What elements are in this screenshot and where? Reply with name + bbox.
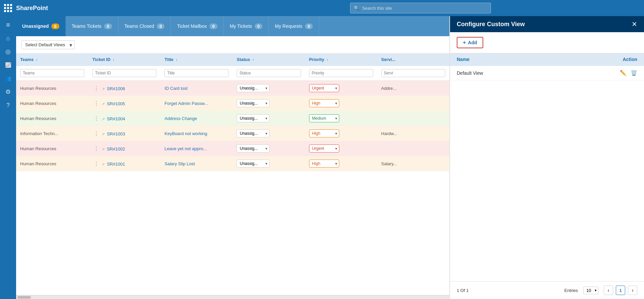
title-link-4[interactable]: Leave yet not appro... — [164, 146, 207, 151]
add-label: Add — [468, 40, 477, 45]
cell-priority-3: High Urgent High Medium Low — [305, 126, 377, 141]
app-title: SharePoint — [16, 5, 48, 12]
sidebar-home-icon[interactable]: ⌂ — [2, 32, 14, 44]
ticket-link-0[interactable]: SR#1006 — [107, 86, 125, 91]
sidebar-menu-icon[interactable]: ≡ — [2, 19, 14, 31]
col-ticket-id[interactable]: Ticket ID ↑ — [88, 54, 160, 66]
tab-ticket-mailbox-label: Ticket Mailbox — [177, 23, 207, 29]
filter-ticket-id[interactable] — [92, 69, 156, 77]
ticket-link-4[interactable]: SR#1002 — [107, 146, 125, 152]
col-title[interactable]: Title ↑ — [160, 54, 233, 66]
next-page-button[interactable]: › — [628, 286, 637, 295]
current-page: 1 — [616, 286, 625, 295]
filter-teams[interactable] — [20, 69, 84, 77]
waffle-icon[interactable] — [4, 4, 12, 12]
status-dropdown-4[interactable]: Unassig... Unassigned In Progress Resolv… — [237, 144, 269, 153]
cell-status-2: Unassig... Unassigned In Progress Resolv… — [233, 111, 305, 126]
tab-teams-tickets[interactable]: Teams Tickets 0 — [66, 16, 118, 36]
expand-icon-1: ↗ — [102, 102, 105, 106]
filter-priority[interactable] — [309, 69, 373, 77]
ticket-link-5[interactable]: SR#1001 — [107, 162, 125, 167]
title-link-0[interactable]: ID Card lost — [164, 86, 188, 91]
col-status[interactable]: Status ↑ — [233, 54, 305, 66]
col-priority[interactable]: Priority ↑ — [305, 54, 377, 66]
priority-dropdown-1[interactable]: High Urgent High Medium Low — [309, 99, 339, 107]
title-link-3[interactable]: KeyBoard not working — [164, 131, 207, 136]
scroll-bar[interactable] — [16, 295, 449, 299]
more-icon-3[interactable]: ⋮ — [92, 131, 100, 136]
tab-teams-tickets-label: Teams Tickets — [72, 23, 102, 29]
entries-select[interactable]: 10 25 50 — [583, 287, 598, 294]
filter-status[interactable] — [237, 69, 301, 77]
status-dropdown-5[interactable]: Unassig... Unassigned In Progress Resolv… — [237, 160, 269, 168]
search-bar[interactable]: 🔍 Search this site — [350, 3, 491, 13]
sidebar-chart-icon[interactable]: 📈 — [2, 59, 14, 71]
sort-title: ↑ — [176, 58, 178, 62]
expand-icon-5: ↗ — [102, 162, 105, 166]
expand-icon-2: ↗ — [102, 117, 105, 121]
cell-title-3: KeyBoard not working — [160, 126, 233, 141]
top-nav: SharePoint 🔍 Search this site — [0, 0, 644, 16]
panel-title: Configure Custom View — [457, 21, 525, 28]
cell-status-1: Unassig... Unassigned In Progress Resolv… — [233, 96, 305, 111]
priority-dropdown-3[interactable]: High Urgent High Medium Low — [309, 129, 339, 137]
title-link-5[interactable]: Salary Slip Lost — [164, 161, 195, 166]
sidebar-people-icon[interactable]: 👥 — [2, 72, 14, 84]
status-dropdown-1[interactable]: Unassig... Unassigned In Progress Resolv… — [237, 99, 269, 107]
priority-dropdown-4[interactable]: Urgent Urgent High Medium Low — [309, 144, 339, 153]
search-icon: 🔍 — [354, 5, 359, 11]
table-body: Human Resources ⋮ ↗ SR#1006 ID Card lost… — [16, 81, 449, 171]
table-header-row: Teams ↑ Ticket ID ↑ Title ↑ — [16, 54, 449, 66]
more-icon-0[interactable]: ⋮ — [92, 85, 100, 91]
more-icon-4[interactable]: ⋮ — [92, 146, 100, 152]
tab-ticket-mailbox[interactable]: Ticket Mailbox 0 — [171, 16, 224, 36]
status-dropdown-0[interactable]: Unassig... Unassigned In Progress Resolv… — [237, 84, 269, 92]
tab-my-requests[interactable]: My Requests 0 — [269, 16, 319, 36]
ticket-link-3[interactable]: SR#1003 — [107, 131, 125, 136]
tab-my-requests-label: My Requests — [275, 23, 302, 29]
tab-teams-closed-label: Teams Closed — [125, 23, 154, 29]
col-teams[interactable]: Teams ↑ — [16, 54, 88, 66]
add-view-button[interactable]: + Add — [457, 37, 483, 48]
more-icon-5[interactable]: ⋮ — [92, 161, 100, 167]
cell-priority-2: Medium Urgent High Medium Low — [305, 111, 377, 126]
sidebar-help-icon[interactable]: ? — [2, 99, 14, 111]
edit-icon[interactable]: ✏️ — [620, 70, 627, 76]
cell-service-2 — [377, 111, 449, 126]
title-link-1[interactable]: Forget Admin Passw... — [164, 101, 208, 106]
priority-dropdown-2[interactable]: Medium Urgent High Medium Low — [309, 114, 339, 122]
sort-priority: ↑ — [327, 58, 329, 62]
tab-ticket-mailbox-badge: 0 — [209, 23, 217, 29]
prev-page-button[interactable]: ‹ — [604, 286, 613, 295]
ticket-link-1[interactable]: SR#1005 — [107, 101, 125, 106]
priority-dropdown-5[interactable]: High Urgent High Medium Low — [309, 160, 339, 168]
sidebar-settings-icon[interactable]: ⚙ — [2, 86, 14, 98]
more-icon-2[interactable]: ⋮ — [92, 116, 100, 121]
tab-unassigned[interactable]: Unassigned 6 — [16, 16, 66, 36]
filter-service[interactable] — [381, 69, 445, 77]
panel-close-button[interactable]: ✕ — [632, 20, 637, 28]
view-name: Default View — [457, 70, 610, 76]
delete-icon[interactable]: 🗑️ — [631, 70, 637, 76]
view-select[interactable]: Select Default Views Default View Custom… — [21, 40, 75, 49]
cell-ticketid-1: ⋮ ↗ SR#1005 — [88, 96, 160, 111]
tab-my-tickets[interactable]: My Tickets 0 — [224, 16, 269, 36]
cell-ticketid-2: ⋮ ↗ SR#1004 — [88, 111, 160, 126]
priority-dropdown-0[interactable]: Urgent Urgent High Medium Low — [309, 84, 339, 92]
cell-team-2: Human Resources — [16, 111, 88, 126]
scroll-thumb — [17, 296, 31, 299]
expand-icon-3: ↗ — [102, 132, 105, 136]
sidebar-search-icon[interactable]: ◎ — [2, 46, 14, 58]
tab-teams-closed[interactable]: Teams Closed 0 — [118, 16, 171, 36]
title-link-2[interactable]: Address Change — [164, 116, 197, 121]
table-row: Human Resources ⋮ ↗ SR#1004 Address Chan… — [16, 111, 449, 126]
status-dropdown-3[interactable]: Unassig... Unassigned In Progress Resolv… — [237, 129, 269, 137]
filter-title[interactable] — [164, 69, 229, 77]
pagination-row: 1 Of 1 Entries 10 25 50 ‹ 1 › — [450, 281, 644, 299]
entries-wrap: 10 25 50 — [583, 287, 598, 294]
cell-service-3: Hardw... — [377, 126, 449, 141]
more-icon-1[interactable]: ⋮ — [92, 101, 100, 106]
status-dropdown-2[interactable]: Unassig... Unassigned In Progress Resolv… — [237, 114, 269, 122]
ticket-link-2[interactable]: SR#1004 — [107, 116, 125, 121]
col-service[interactable]: Servi... — [377, 54, 449, 66]
